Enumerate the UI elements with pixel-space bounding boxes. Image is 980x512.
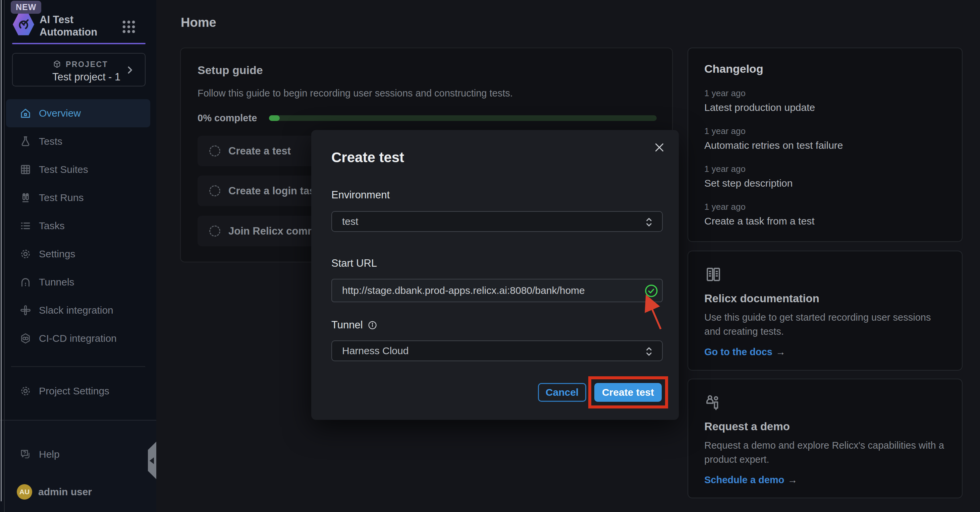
help-chat-icon: [19, 449, 32, 460]
changelog-card: Changelog 1 year ago Latest production u…: [687, 48, 963, 242]
demo-title: Request a demo: [704, 420, 946, 433]
task-list-icon: [19, 220, 32, 232]
setup-guide-description: Follow this guide to begin recording use…: [197, 88, 513, 99]
dashed-circle-icon: [209, 185, 220, 197]
docs-description: Use this guide to get started recording …: [704, 310, 946, 338]
sidebar-item-label: Slack integration: [39, 304, 113, 316]
sidebar-item-cicd-integration[interactable]: CI-CD integration: [6, 324, 150, 352]
sidebar-item-label: Tasks: [39, 220, 65, 231]
sidebar-item-tunnels[interactable]: Tunnels: [6, 268, 150, 296]
app-header: AI Test Automation: [13, 13, 147, 41]
sidebar-item-tasks[interactable]: Tasks: [6, 212, 150, 240]
changelog-entry: 1 year ago Latest production update: [704, 88, 946, 113]
sidebar-item-label: Tunnels: [39, 276, 75, 288]
selector-chevrons-icon: [644, 216, 653, 228]
tunnel-label: Tunnel: [331, 319, 363, 331]
grid-table-icon: [19, 163, 32, 176]
demo-description: Request a demo and explore Relicx's capa…: [704, 438, 946, 466]
environment-label: Environment: [331, 189, 390, 201]
gear-icon: [19, 385, 32, 397]
project-name: Test project - 1: [52, 71, 120, 83]
environment-select[interactable]: test: [331, 211, 663, 232]
app-root: NEW AI Test Automation: [0, 0, 980, 512]
sidebar-item-label: Test Runs: [39, 192, 84, 203]
sidebar-divider: [11, 366, 145, 367]
changelog-entry: 1 year ago Set step description: [704, 164, 946, 189]
app-title: AI Test Automation: [40, 13, 97, 38]
dashed-circle-icon: [209, 146, 220, 157]
app-switcher-icon[interactable]: [120, 18, 137, 35]
info-icon[interactable]: [368, 320, 377, 330]
sidebar-item-tests[interactable]: Tests: [6, 127, 150, 155]
create-test-modal: Create test Environment test Start URL T…: [311, 130, 679, 420]
docs-title: Relicx documentation: [704, 292, 946, 305]
sidebar-item-overview[interactable]: Overview: [6, 99, 150, 127]
page-title: Home: [181, 16, 216, 30]
progress-bar: [269, 115, 657, 121]
gear-icon: [19, 248, 32, 260]
window-scrollbar[interactable]: [1, 0, 2, 501]
progress-fill: [269, 115, 280, 121]
chevron-right-icon: [125, 65, 135, 75]
columns-run-icon: [19, 192, 32, 204]
sidebar-item-label: Tests: [39, 136, 62, 147]
project-selector[interactable]: PROJECT Test project - 1: [12, 53, 146, 86]
dashed-circle-icon: [209, 225, 220, 236]
selector-chevrons-icon: [644, 346, 653, 357]
sidebar-item-help[interactable]: Help: [6, 440, 150, 468]
user-menu[interactable]: AU admin user: [6, 478, 150, 506]
documentation-card: Relicx documentation Use this guide to g…: [687, 250, 963, 371]
arrow-right-icon: →: [788, 474, 797, 485]
brand-underline: [12, 43, 146, 44]
sidebar-item-label: Settings: [39, 248, 75, 260]
go-to-docs-link[interactable]: Go to the docs→: [704, 347, 786, 358]
home-icon: [19, 107, 32, 119]
start-url-label: Start URL: [331, 257, 377, 269]
start-url-input[interactable]: [331, 279, 663, 302]
sidebar-item-label: Overview: [39, 108, 81, 119]
cicd-hexagon-link-icon: [19, 332, 32, 344]
sidebar-item-label: CI-CD integration: [39, 333, 117, 344]
book-icon: [704, 279, 722, 284]
window-edge-line: [4, 0, 5, 512]
sidebar-item-label: Test Suites: [39, 164, 88, 175]
tunnel-icon: [19, 276, 32, 288]
setup-guide-title: Setup guide: [197, 63, 263, 77]
app-logo-icon: [13, 13, 34, 36]
user-name: admin user: [38, 486, 92, 498]
project-box-icon: [52, 60, 62, 69]
sidebar-item-test-suites[interactable]: Test Suites: [6, 155, 150, 184]
sidebar-item-test-runs[interactable]: Test Runs: [6, 184, 150, 212]
slack-icon: [19, 304, 32, 316]
close-icon[interactable]: [653, 141, 665, 154]
new-badge: NEW: [11, 1, 41, 14]
changelog-title: Changelog: [704, 62, 946, 75]
progress-label: 0% complete: [197, 113, 257, 124]
cancel-button[interactable]: Cancel: [538, 383, 586, 402]
flask-icon: [19, 135, 32, 147]
sidebar-item-settings[interactable]: Settings: [6, 240, 150, 268]
sidebar-item-label: Project Settings: [39, 385, 109, 397]
project-eyebrow: PROJECT: [66, 60, 108, 69]
tunnel-label-row: Tunnel: [331, 319, 377, 331]
tunnel-select[interactable]: Harness Cloud: [331, 341, 663, 361]
request-demo-card: Request a demo Request a demo and explor…: [687, 379, 963, 498]
modal-title: Create test: [331, 149, 404, 165]
url-valid-check-icon: [644, 284, 659, 298]
sidebar-item-project-settings[interactable]: Project Settings: [6, 377, 150, 405]
create-test-button[interactable]: Create test: [594, 383, 662, 402]
collapse-left-icon: [150, 457, 154, 464]
arrow-right-icon: →: [776, 347, 786, 357]
avatar: AU: [17, 484, 32, 499]
changelog-entry: 1 year ago Automatic retries on test fai…: [704, 126, 946, 151]
users-icon: [704, 407, 722, 412]
changelog-entry: 1 year ago Create a task from a test: [704, 202, 946, 227]
sidebar: NEW AI Test Automation: [0, 0, 156, 512]
schedule-demo-link[interactable]: Schedule a demo→: [704, 474, 797, 485]
sidebar-item-label: Help: [39, 449, 60, 460]
sidebar-item-slack-integration[interactable]: Slack integration: [6, 296, 150, 324]
sidebar-footer: Help AU admin user: [0, 420, 156, 512]
